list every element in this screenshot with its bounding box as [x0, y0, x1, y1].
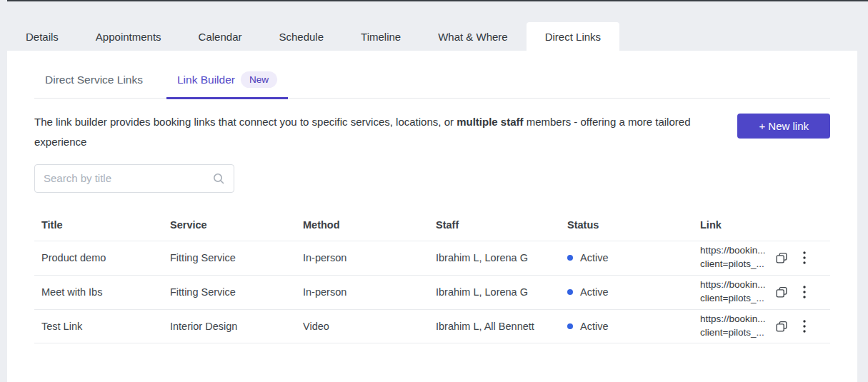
cell-status: Active	[560, 252, 693, 263]
table-row: Test Link Interior Design Video Ibrahim …	[34, 309, 830, 343]
row-menu-button[interactable]	[802, 284, 807, 300]
status-dot-icon	[567, 255, 573, 261]
link-line-2: client=pilots_...	[700, 258, 766, 271]
description-bold-text: multiple staff	[457, 116, 523, 128]
table-row: Meet with Ibs Fitting Service In-person …	[34, 275, 830, 309]
links-table: Title Service Method Staff Status Link P…	[34, 209, 830, 343]
cell-link: https://bookin... client=pilots_...	[693, 244, 830, 271]
status-dot-icon	[567, 289, 573, 295]
link-builder-description: The link builder provides booking links …	[34, 112, 699, 152]
cell-staff: Ibrahim L, Lorena G	[429, 286, 560, 298]
cell-link: https://bookin... client=pilots_...	[693, 278, 830, 306]
tab-calendar[interactable]: Calendar	[180, 22, 261, 51]
top-border	[7, 0, 868, 1]
tab-timeline[interactable]: Timeline	[342, 22, 419, 51]
copy-icon	[774, 251, 789, 265]
cell-title: Product demo	[34, 252, 163, 263]
search-box	[34, 164, 234, 193]
new-badge: New	[241, 71, 277, 88]
table-body: Product demo Fitting Service In-person I…	[34, 241, 830, 343]
cell-staff: Ibrahim L, All Bennett	[429, 321, 560, 332]
cell-title: Meet with Ibs	[34, 286, 163, 298]
tab-details[interactable]: Details	[7, 22, 77, 51]
copy-link-button[interactable]	[773, 318, 790, 335]
cell-service: Fitting Service	[163, 252, 296, 263]
table-header-row: Title Service Method Staff Status Link	[34, 209, 830, 241]
cell-status: Active	[560, 286, 693, 298]
search-input[interactable]	[44, 172, 212, 184]
main-tab-bar: Details Appointments Calendar Schedule T…	[7, 22, 619, 51]
copy-icon	[774, 285, 789, 299]
new-link-button[interactable]: + New link	[737, 114, 830, 139]
status-label: Active	[580, 286, 609, 298]
col-header-method: Method	[296, 219, 429, 231]
copy-link-button[interactable]	[773, 283, 790, 301]
search-icon	[212, 172, 225, 185]
link-line-2: client=pilots_...	[700, 292, 766, 306]
cell-method: In-person	[296, 286, 429, 298]
kebab-menu-icon	[803, 320, 806, 333]
cell-method: Video	[296, 321, 429, 332]
sub-tab-link-builder[interactable]: Link Builder New	[166, 71, 288, 98]
col-header-link: Link	[693, 219, 830, 231]
sub-tab-label: Direct Service Links	[45, 74, 143, 86]
row-menu-button[interactable]	[802, 250, 807, 266]
sub-tab-bar: Direct Service Links Link Builder New	[34, 71, 830, 99]
cell-service: Fitting Service	[163, 286, 296, 298]
link-line-2: client=pilots_...	[700, 326, 766, 340]
col-header-service: Service	[163, 219, 296, 231]
table-row: Product demo Fitting Service In-person I…	[34, 241, 830, 275]
copy-link-button[interactable]	[773, 249, 790, 266]
col-header-status: Status	[560, 219, 693, 231]
kebab-menu-icon	[803, 251, 806, 264]
tab-direct-links[interactable]: Direct Links	[527, 22, 619, 51]
link-line-1: https://bookin...	[700, 244, 766, 258]
status-label: Active	[580, 252, 609, 263]
link-line-1: https://bookin...	[700, 278, 766, 292]
intro-row: The link builder provides booking links …	[34, 112, 830, 152]
kebab-menu-icon	[803, 286, 806, 298]
cell-title: Test Link	[34, 321, 163, 332]
sub-tab-direct-service-links[interactable]: Direct Service Links	[34, 71, 154, 98]
tab-schedule[interactable]: Schedule	[260, 22, 342, 51]
booking-link-text: https://bookin... client=pilots_...	[700, 313, 766, 340]
col-header-staff: Staff	[429, 219, 560, 231]
tab-appointments[interactable]: Appointments	[77, 22, 180, 51]
col-header-title: Title	[34, 219, 163, 231]
booking-link-text: https://bookin... client=pilots_...	[700, 244, 766, 271]
status-label: Active	[580, 321, 609, 332]
copy-icon	[774, 319, 789, 333]
tab-what-and-where[interactable]: What & Where	[419, 22, 527, 51]
cell-status: Active	[560, 321, 693, 332]
booking-link-text: https://bookin... client=pilots_...	[700, 278, 766, 306]
row-menu-button[interactable]	[802, 318, 807, 334]
link-line-1: https://bookin...	[700, 313, 766, 326]
sub-tab-label: Link Builder	[177, 74, 235, 86]
cell-method: In-person	[296, 252, 429, 263]
status-dot-icon	[567, 323, 573, 329]
direct-links-panel: Direct Service Links Link Builder New Th…	[7, 51, 857, 382]
cell-service: Interior Design	[163, 321, 296, 332]
cell-link: https://bookin... client=pilots_...	[693, 313, 830, 340]
cell-staff: Ibrahim L, Lorena G	[429, 252, 560, 263]
description-text: The link builder provides booking links …	[34, 116, 457, 128]
